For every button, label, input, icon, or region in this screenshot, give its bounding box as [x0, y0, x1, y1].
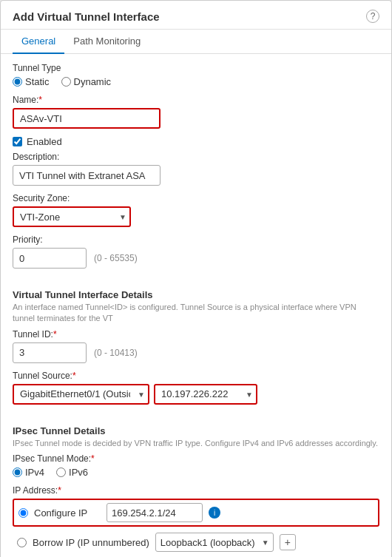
tunnel-source-label: Tunnel Source:	[13, 371, 379, 381]
borrow-ip-label: Borrow IP (IP unnumbered)	[33, 537, 149, 548]
security-zone-section: Security Zone: VTI-Zone ▼	[13, 193, 379, 227]
tunnel-id-section: Tunnel ID: (0 - 10413)	[13, 329, 379, 363]
tunnel-type-static-label: Static	[25, 76, 50, 87]
dialog-title: Add Virtual Tunnel Interface	[13, 10, 160, 23]
tunnel-type-radio-group: Static Dynamic	[13, 76, 379, 87]
configure-ip-row[interactable]: Configure IP i	[13, 499, 379, 527]
security-zone-select[interactable]: VTI-Zone	[13, 206, 131, 227]
configure-ip-input[interactable]	[107, 503, 203, 522]
security-zone-label: Security Zone:	[13, 193, 379, 203]
tunnel-source-ip-select[interactable]: 10.197.226.222	[154, 384, 257, 405]
ipsec-mode-ipv4-radio[interactable]	[13, 467, 22, 477]
description-label: Description:	[13, 152, 379, 162]
ipsec-mode-row: IPv4 IPv6	[13, 467, 379, 478]
security-zone-select-wrapper: VTI-Zone ▼	[13, 206, 131, 227]
priority-input[interactable]	[13, 248, 87, 269]
enabled-checkbox[interactable]	[13, 137, 22, 146]
tunnel-type-dynamic[interactable]: Dynamic	[61, 76, 112, 87]
priority-label: Priority:	[13, 234, 379, 245]
tunnel-source-row: GigabitEthernet0/1 (Outside) ▼ 10.197.22…	[13, 384, 379, 405]
tunnel-source-interface-wrapper: GigabitEthernet0/1 (Outside) ▼	[13, 384, 149, 405]
tunnel-type-static[interactable]: Static	[13, 76, 50, 87]
tab-bar: General Path Monitoring	[1, 30, 391, 54]
borrow-ip-select[interactable]: Loopback1 (loopback)	[155, 533, 274, 552]
name-label: Name:	[13, 95, 379, 105]
tab-general[interactable]: General	[13, 30, 64, 54]
ipsec-mode-ipv6[interactable]: IPv6	[56, 467, 88, 478]
tunnel-type-section: Tunnel Type Static Dynamic	[13, 63, 379, 87]
dialog-body: Tunnel Type Static Dynamic Name: Enabled	[1, 54, 391, 557]
tunnel-id-range-hint: (0 - 10413)	[94, 348, 138, 358]
tunnel-type-label: Tunnel Type	[13, 63, 379, 73]
ipsec-mode-ipv6-label: IPv6	[69, 467, 88, 478]
tab-path-monitoring[interactable]: Path Monitoring	[64, 30, 149, 54]
tunnel-source-section: Tunnel Source: GigabitEthernet0/1 (Outsi…	[13, 371, 379, 405]
ipsec-mode-label: IPsec Tunnel Mode:	[13, 453, 379, 464]
configure-ip-radio[interactable]	[18, 508, 28, 518]
tunnel-type-dynamic-label: Dynamic	[74, 76, 112, 87]
ip-address-section: IP Address: Configure IP i Borrow IP (IP…	[13, 485, 379, 555]
ip-address-label: IP Address:	[13, 485, 379, 496]
borrow-ip-radio[interactable]	[17, 538, 27, 547]
tunnel-type-static-radio[interactable]	[13, 77, 22, 87]
dialog-header: Add Virtual Tunnel Interface ?	[1, 1, 391, 30]
tunnel-source-ip-wrapper: 10.197.226.222 ▼	[154, 384, 257, 405]
ipsec-section-desc: IPsec Tunnel mode is decided by VPN traf…	[13, 438, 379, 449]
borrow-ip-row: Borrow IP (IP unnumbered) Loopback1 (loo…	[13, 530, 379, 555]
vti-section-title: Virtual Tunnel Interface Details	[13, 289, 379, 300]
tunnel-id-label: Tunnel ID:	[13, 329, 379, 340]
configure-ip-info-icon[interactable]: i	[209, 507, 220, 519]
name-section: Name:	[13, 95, 379, 129]
tunnel-source-interface-select[interactable]: GigabitEthernet0/1 (Outside)	[13, 384, 149, 405]
enabled-label: Enabled	[27, 136, 62, 147]
ipsec-mode-ipv4-label: IPv4	[25, 467, 44, 478]
ip-address-options: Configure IP i Borrow IP (IP unnumbered)…	[13, 499, 379, 555]
configure-ip-label: Configure IP	[34, 507, 101, 519]
vti-section-desc: An interface named Tunnel<ID> is configu…	[13, 302, 379, 325]
help-icon[interactable]: ?	[366, 10, 379, 23]
enabled-row: Enabled	[13, 136, 379, 147]
name-input[interactable]	[13, 108, 160, 129]
description-section: Description:	[13, 152, 379, 186]
vti-section: Virtual Tunnel Interface Details An inte…	[13, 289, 379, 325]
ipsec-section-title: IPsec Tunnel Details	[13, 425, 379, 436]
description-input[interactable]	[13, 165, 160, 186]
tunnel-type-dynamic-radio[interactable]	[61, 77, 71, 87]
ipsec-mode-ipv6-radio[interactable]	[56, 467, 66, 477]
priority-range-hint: (0 - 65535)	[94, 253, 138, 263]
ipsec-mode-ipv4[interactable]: IPv4	[13, 467, 44, 478]
priority-section: Priority: (0 - 65535)	[13, 234, 379, 269]
ipsec-section: IPsec Tunnel Details IPsec Tunnel mode i…	[13, 425, 379, 449]
priority-row: (0 - 65535)	[13, 248, 379, 269]
tunnel-id-input[interactable]	[13, 342, 87, 363]
add-vti-dialog: Add Virtual Tunnel Interface ? General P…	[0, 0, 392, 557]
add-loopback-button[interactable]: +	[280, 534, 296, 550]
ipsec-mode-section: IPsec Tunnel Mode: IPv4 IPv6	[13, 453, 379, 478]
tunnel-id-row: (0 - 10413)	[13, 342, 379, 363]
borrow-ip-select-wrapper: Loopback1 (loopback) ▼	[155, 533, 274, 552]
